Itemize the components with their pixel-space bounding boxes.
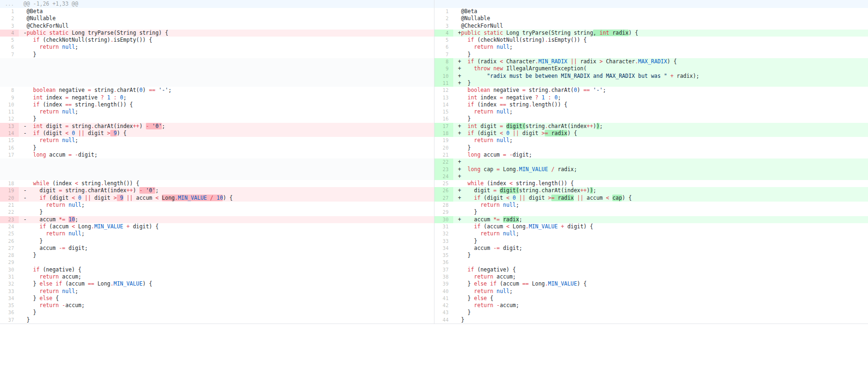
- line-number-old[interactable]: 32: [0, 280, 19, 287]
- line-number-new[interactable]: 43: [434, 309, 453, 316]
- line-number-new[interactable]: 32: [434, 230, 453, 237]
- line-number-old[interactable]: 21: [0, 202, 19, 209]
- line-number-old[interactable]: 6: [0, 44, 19, 51]
- line-number-new[interactable]: 44: [434, 316, 453, 324]
- line-number-old[interactable]: 25: [0, 230, 19, 237]
- line-number-new[interactable]: 15: [434, 108, 453, 115]
- line-number-old[interactable]: 33: [0, 288, 19, 295]
- line-number-new[interactable]: 19: [434, 137, 453, 144]
- code-line-new: }: [453, 309, 868, 316]
- line-number-old[interactable]: 30: [0, 266, 19, 273]
- code-cell-filler: [19, 58, 434, 65]
- line-number-new[interactable]: 34: [434, 245, 453, 252]
- line-number-new[interactable]: 42: [434, 302, 453, 309]
- line-number-new[interactable]: 1: [434, 8, 453, 15]
- line-number-old[interactable]: 5: [0, 37, 19, 44]
- line-number-new[interactable]: 30: [434, 216, 453, 223]
- code-token: MIN_VALUE: [114, 280, 143, 287]
- line-number-old[interactable]: 29: [0, 259, 19, 266]
- line-number-new[interactable]: 36: [434, 259, 453, 266]
- line-number-new[interactable]: 8: [434, 58, 453, 65]
- line-number-new[interactable]: 29: [434, 209, 453, 216]
- line-number-old[interactable]: 36: [0, 309, 19, 316]
- line-number-old[interactable]: 8: [0, 87, 19, 94]
- line-number-old[interactable]: 14: [0, 130, 19, 137]
- line-number-old[interactable]: 20: [0, 195, 19, 202]
- code-token: =: [62, 245, 65, 251]
- code-token: null: [62, 137, 75, 143]
- line-number-new[interactable]: 26: [434, 187, 453, 194]
- line-number-new[interactable]: 2: [434, 15, 453, 22]
- line-number-new[interactable]: 25: [434, 180, 453, 187]
- line-number-new[interactable]: 37: [434, 266, 453, 273]
- line-number-old[interactable]: 27: [0, 245, 19, 252]
- line-number-old[interactable]: 11: [0, 108, 19, 115]
- context-marker: [23, 295, 27, 301]
- line-number-old[interactable]: 31: [0, 273, 19, 280]
- code-line-old: long accum = -digit;: [19, 151, 434, 158]
- code-token: if: [39, 223, 46, 230]
- line-number-new[interactable]: 41: [434, 295, 453, 302]
- diff-row: 9 int index = negative ? 1 : 0;13 int in…: [0, 94, 868, 101]
- line-number-old[interactable]: 2: [0, 15, 19, 22]
- addition-marker: +: [458, 166, 461, 173]
- line-number-new[interactable]: 18: [434, 130, 453, 137]
- line-number-new[interactable]: 24: [434, 173, 453, 180]
- line-number-new[interactable]: 23: [434, 166, 453, 173]
- line-number-new[interactable]: 38: [434, 273, 453, 280]
- line-number-new[interactable]: 39: [434, 280, 453, 287]
- line-number-new[interactable]: 10: [434, 73, 453, 80]
- code-token: =: [65, 123, 69, 129]
- code-line-old: }: [19, 115, 434, 122]
- line-number-old[interactable]: 7: [0, 51, 19, 58]
- line-number-new[interactable]: 9: [434, 65, 453, 72]
- line-number-new[interactable]: 12: [434, 87, 453, 94]
- line-number-new[interactable]: 5: [434, 37, 453, 44]
- code-text: long cap = Long.MIN_VALUE / radix;: [461, 166, 577, 173]
- line-number-old[interactable]: 16: [0, 144, 19, 151]
- line-number-old[interactable]: 18: [0, 180, 19, 187]
- line-number-old[interactable]: 26: [0, 238, 19, 245]
- line-number-old[interactable]: 15: [0, 137, 19, 144]
- line-number-old[interactable]: 28: [0, 252, 19, 259]
- line-number-new[interactable]: 3: [434, 23, 453, 30]
- line-number-new[interactable]: 28: [434, 202, 453, 209]
- line-number-old[interactable]: 23: [0, 216, 19, 223]
- line-number-old[interactable]: 34: [0, 295, 19, 302]
- context-marker: [23, 309, 27, 316]
- code-text: if (digit < 0 || digit >: [461, 130, 545, 136]
- line-number-new[interactable]: 22: [434, 158, 453, 166]
- code-token: ||: [513, 130, 519, 136]
- line-number-new[interactable]: 13: [434, 94, 453, 101]
- line-number-new[interactable]: 6: [434, 44, 453, 51]
- line-number-old[interactable]: 10: [0, 101, 19, 108]
- line-number-new[interactable]: 14: [434, 101, 453, 108]
- line-number-new[interactable]: 16: [434, 115, 453, 122]
- line-number-new[interactable]: 17: [434, 123, 453, 130]
- code-text: ;: [593, 187, 596, 194]
- line-number-old[interactable]: 35: [0, 302, 19, 309]
- line-number-old[interactable]: 1: [0, 8, 19, 15]
- line-number-new[interactable]: 27: [434, 195, 453, 202]
- diff-row: 15 return null;19 return null;: [0, 137, 868, 144]
- line-number-new[interactable]: 7: [434, 51, 453, 58]
- line-number-old[interactable]: 19: [0, 187, 19, 194]
- line-number-old[interactable]: 13: [0, 123, 19, 130]
- line-number-old[interactable]: 17: [0, 151, 19, 158]
- line-number-old[interactable]: 37: [0, 316, 19, 324]
- line-number-new[interactable]: 33: [434, 238, 453, 245]
- line-number-old[interactable]: 12: [0, 115, 19, 122]
- line-number-old[interactable]: 9: [0, 94, 19, 101]
- line-number-old[interactable]: 4: [0, 30, 19, 37]
- line-number-new[interactable]: 35: [434, 252, 453, 259]
- line-number-old[interactable]: 22: [0, 209, 19, 216]
- line-number-new[interactable]: 21: [434, 151, 453, 158]
- line-number-new[interactable]: 20: [434, 144, 453, 151]
- code-cell-filler: [19, 158, 434, 166]
- line-number-new[interactable]: 40: [434, 288, 453, 295]
- line-number-old[interactable]: 24: [0, 223, 19, 230]
- line-number-new[interactable]: 4: [434, 30, 453, 37]
- line-number-new[interactable]: 31: [434, 223, 453, 230]
- line-number-old[interactable]: 3: [0, 23, 19, 30]
- line-number-new[interactable]: 11: [434, 80, 453, 87]
